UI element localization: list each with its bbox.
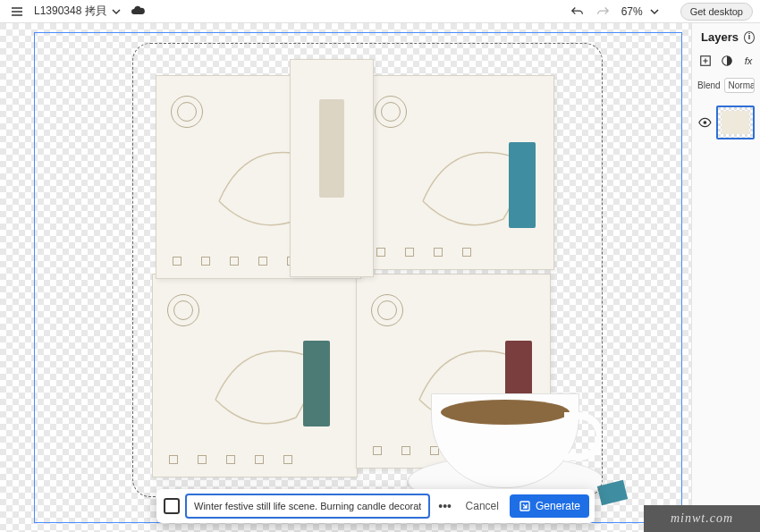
- blend-label: Blend: [697, 80, 721, 90]
- get-desktop-button[interactable]: Get desktop: [680, 3, 753, 21]
- layer-item[interactable]: [697, 106, 755, 139]
- canvas-area[interactable]: ••• Cancel Generate: [0, 23, 691, 532]
- tea-cup: [399, 350, 622, 511]
- svg-point-3: [704, 121, 707, 124]
- document-title[interactable]: L1390348 拷貝: [34, 4, 106, 19]
- generate-button[interactable]: Generate: [510, 494, 589, 518]
- blend-mode-select[interactable]: Normal: [724, 78, 755, 93]
- layers-title-text: Layers: [701, 30, 739, 44]
- visibility-icon[interactable]: [697, 114, 713, 131]
- tea-box: [152, 274, 358, 477]
- hamburger-menu-button[interactable]: [7, 2, 27, 21]
- layer-thumbnail[interactable]: [716, 106, 755, 139]
- panel-title: Layers i: [697, 30, 755, 44]
- mask-button[interactable]: [721, 53, 733, 69]
- zoom-level[interactable]: 67%: [621, 5, 643, 18]
- cancel-button[interactable]: Cancel: [460, 500, 504, 512]
- generate-icon: [519, 500, 531, 512]
- layers-panel: Layers i fx Blend Normal: [691, 23, 760, 532]
- watermark: minwt.com: [644, 505, 760, 532]
- prompt-input[interactable]: [185, 494, 430, 519]
- redo-button[interactable]: [593, 2, 612, 21]
- undo-icon: [570, 4, 585, 19]
- fx-button[interactable]: fx: [742, 53, 755, 69]
- add-layer-button[interactable]: [699, 53, 712, 69]
- undo-button[interactable]: [568, 2, 587, 21]
- chevron-down-icon[interactable]: [648, 5, 661, 18]
- tea-box-slim: [290, 59, 374, 277]
- redo-icon: [595, 4, 610, 19]
- add-image-button[interactable]: [164, 498, 180, 514]
- hamburger-icon: [10, 4, 24, 19]
- info-icon[interactable]: i: [744, 31, 755, 44]
- tea-box: [359, 75, 554, 270]
- cloud-icon[interactable]: [130, 4, 146, 20]
- generate-label: Generate: [536, 500, 580, 512]
- chevron-down-icon[interactable]: [110, 5, 122, 18]
- top-toolbar: L1390348 拷貝 67% Get desktop: [0, 0, 760, 23]
- product-image: [125, 48, 599, 495]
- more-options-button[interactable]: •••: [435, 499, 455, 513]
- generative-fill-bar: ••• Cancel Generate: [156, 489, 595, 523]
